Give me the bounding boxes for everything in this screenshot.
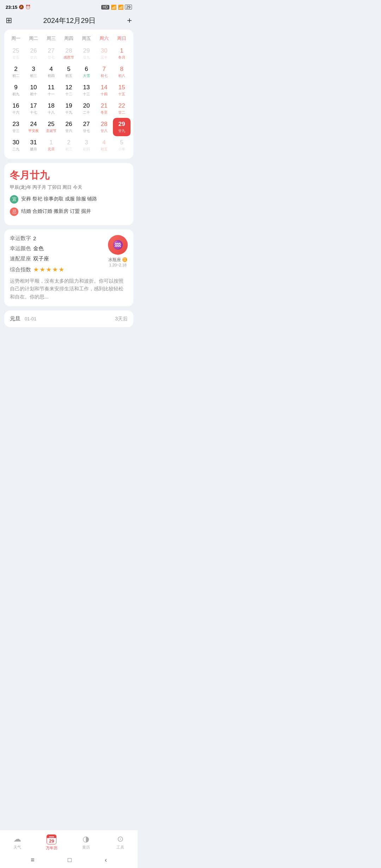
holiday-card[interactable]: 元旦 01-01 3天后 [4, 311, 133, 327]
calendar-cell[interactable]: 2初三 [60, 136, 78, 155]
calendar-cell[interactable]: 30二九 [7, 136, 25, 155]
lunar-title: 冬月廿九 [10, 169, 128, 182]
calendar-cell[interactable]: 19十九 [60, 100, 78, 118]
calendar-cell[interactable]: 15十五 [113, 81, 131, 100]
calendar-cell[interactable]: 8初八 [113, 63, 131, 81]
calendar-cell[interactable]: 31腊月 [25, 136, 42, 155]
day-sub: 十三 [83, 92, 90, 97]
day-sub: 小寒 [118, 147, 125, 152]
calendar-cell[interactable]: 28廿八 [95, 118, 113, 136]
day-number: 9 [14, 84, 17, 91]
day-number: 5 [67, 66, 70, 73]
day-sub: 十四 [101, 92, 108, 97]
calendar-cell[interactable]: 21冬至 [95, 100, 113, 118]
day-sub: 廿五 [12, 55, 19, 60]
calendar-cell[interactable]: 29廿九 [78, 44, 95, 63]
status-bar: 23:15 🔕 ⏰ HD 📶 📶 29 [0, 0, 138, 13]
calendar-cell[interactable]: 25廿五 [7, 44, 25, 63]
day-sub: 十九 [65, 110, 72, 115]
day-number: 19 [66, 102, 72, 109]
calendar-cell[interactable]: 18十八 [42, 100, 60, 118]
battery-icon: 29 [125, 5, 132, 10]
day-sub: 廿三 [12, 128, 19, 133]
day-sub: 十二 [65, 92, 72, 97]
day-number: 28 [101, 121, 108, 128]
calendar-header: ⊞ 2024年12月29日 + [0, 13, 138, 30]
day-number: 28 [66, 47, 72, 54]
calendar-cell[interactable]: 3初三 [25, 63, 42, 81]
calendar-cell[interactable]: 27廿七 [42, 44, 60, 63]
calendar-cell[interactable]: 4初五 [95, 136, 113, 155]
calendar-grid: 25廿五26廿六27廿七28感恩节29廿九30三十1冬月2初二3初三4初四5初五… [7, 44, 131, 155]
day-sub: 廿七 [83, 128, 90, 133]
day-number: 29 [119, 121, 125, 128]
day-number: 13 [83, 84, 90, 91]
add-event-button[interactable]: + [127, 16, 132, 25]
status-icons: HD 📶 📶 29 [101, 5, 132, 10]
calendar-cell[interactable]: 10初十 [25, 81, 42, 100]
holiday-info: 元旦 01-01 [10, 315, 36, 322]
calendar-cell[interactable]: 9初九 [7, 81, 25, 100]
day-number: 14 [101, 84, 108, 91]
day-sub: 十一 [48, 92, 55, 97]
calendar-cell[interactable]: 7初七 [95, 63, 113, 81]
zodiac-icon: ♒ [108, 235, 128, 255]
weekday-fri: 周五 [78, 34, 95, 43]
day-number: 25 [13, 47, 19, 54]
calendar-cell[interactable]: 24平安夜 [25, 118, 42, 136]
ji-badge: 忌 [10, 207, 18, 216]
day-sub: 初九 [12, 92, 19, 97]
weekday-thu: 周四 [60, 34, 78, 43]
wifi-icon: 📶 [118, 5, 123, 10]
grid-view-icon[interactable]: ⊞ [6, 16, 12, 25]
fortune-description: 运势相对平顺，没有太多的阻力和波折。你可以按照自己的计划和节奏来安排生活和工作，… [10, 277, 128, 301]
calendar-cell[interactable]: 13十三 [78, 81, 95, 100]
calendar-cell[interactable]: 16十六 [7, 100, 25, 118]
weekday-wed: 周三 [42, 34, 60, 43]
calendar-cell[interactable]: 1冬月 [113, 44, 131, 63]
yi-badge: 宜 [10, 195, 18, 204]
calendar-cell[interactable]: 1元旦 [42, 136, 60, 155]
calendar-cell[interactable]: 23廿三 [7, 118, 25, 136]
day-number: 12 [66, 84, 72, 91]
day-number: 26 [66, 121, 72, 128]
day-number: 23 [13, 121, 19, 128]
lucky-number-label: 幸运数字 [10, 235, 31, 242]
calendar-cell[interactable]: 26廿六 [60, 118, 78, 136]
day-number: 31 [30, 139, 37, 146]
weekday-sat: 周六 [95, 34, 113, 43]
calendar-cell[interactable]: 26廿六 [25, 44, 42, 63]
lunar-info-card: 冬月廿九 甲辰(龙)年 丙子月 丁卯日 周日 今天 宜 安葬 祭祀 徐事勿取 成… [4, 163, 133, 225]
calendar-cell[interactable]: 27廿七 [78, 118, 95, 136]
day-number: 21 [101, 102, 108, 109]
day-sub: 初二 [12, 73, 19, 78]
day-number: 27 [48, 47, 55, 54]
calendar-cell[interactable]: 25圣诞节 [42, 118, 60, 136]
calendar-cell[interactable]: 11十一 [42, 81, 60, 100]
ji-row: 忌 结婚 合婚订婚 搬新房 订盟 掘井 [10, 207, 128, 216]
calendar-cell[interactable]: 28感恩节 [60, 44, 78, 63]
day-sub: 冬至 [101, 110, 108, 115]
calendar-cell[interactable]: 20二十 [78, 100, 95, 118]
calendar-cell[interactable]: 30三十 [95, 44, 113, 63]
calendar-cell[interactable]: 5小寒 [113, 136, 131, 155]
calendar-cell[interactable]: 5初五 [60, 63, 78, 81]
calendar-cell[interactable]: 14十四 [95, 81, 113, 100]
calendar-cell[interactable]: 6大雪 [78, 63, 95, 81]
day-sub: 圣诞节 [46, 128, 56, 133]
calendar-cell[interactable]: 17十七 [25, 100, 42, 118]
day-sub: 廿九 [83, 55, 90, 60]
day-sub: 初七 [101, 73, 108, 78]
alarm-icon: ⏰ [25, 5, 31, 10]
day-sub: 初三 [30, 73, 37, 78]
calendar-cell[interactable]: 22廿二 [113, 100, 131, 118]
day-sub: 十七 [30, 110, 37, 115]
calendar-cell[interactable]: 3初四 [78, 136, 95, 155]
calendar-cell[interactable]: 4初四 [42, 63, 60, 81]
calendar-cell[interactable]: 2初二 [7, 63, 25, 81]
day-number: 4 [102, 139, 105, 146]
calendar-cell[interactable]: 29廿九 [113, 118, 131, 136]
day-number: 11 [48, 84, 55, 91]
calendar-cell[interactable]: 12十二 [60, 81, 78, 100]
day-sub: 廿六 [30, 55, 37, 60]
